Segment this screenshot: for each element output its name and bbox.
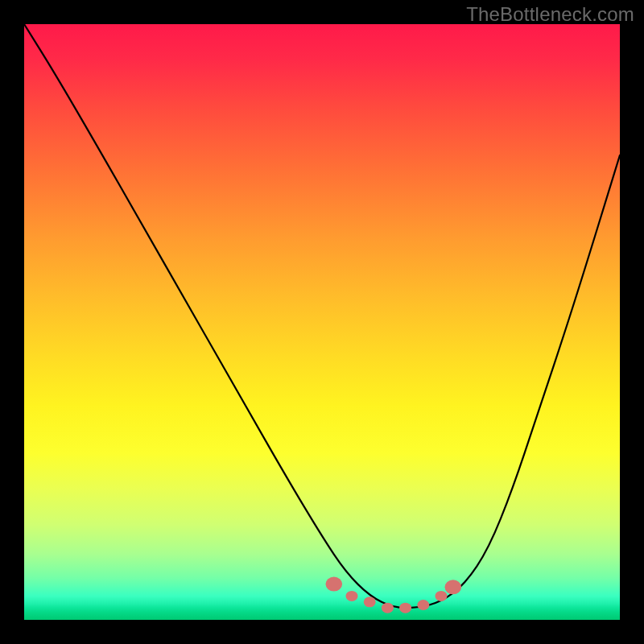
chart-frame: TheBottleneck.com <box>0 0 644 644</box>
highlight-marker <box>445 580 462 594</box>
highlight-marker <box>417 600 429 610</box>
highlight-marker <box>382 603 394 613</box>
plot-area <box>24 24 620 620</box>
highlight-marker <box>436 591 448 601</box>
highlight-marker <box>364 597 376 607</box>
bottleneck-curve <box>24 24 620 608</box>
highlight-marker <box>346 591 358 601</box>
watermark-text: TheBottleneck.com <box>466 3 634 26</box>
highlight-marker <box>399 603 411 613</box>
marker-group <box>326 577 462 613</box>
highlight-marker <box>326 577 343 592</box>
curve-svg <box>24 24 620 620</box>
